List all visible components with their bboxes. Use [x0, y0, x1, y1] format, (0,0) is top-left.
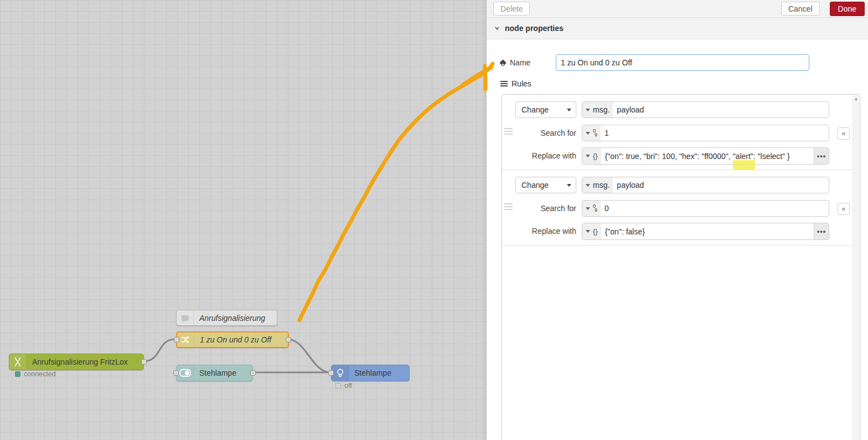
node-label: Stehlampe	[349, 369, 397, 377]
name-label: Name	[510, 58, 530, 67]
rule2-property-field[interactable]: msg. payload	[582, 177, 829, 193]
rule1-property-field[interactable]: msg. payload	[582, 101, 829, 118]
caret-down-icon	[586, 184, 590, 187]
toggle-icon	[177, 365, 194, 381]
list-icon	[500, 81, 508, 87]
replace-with-label: Replace with	[502, 223, 576, 240]
node-label: Stehlampe	[194, 369, 242, 377]
caret-down-icon	[586, 207, 590, 210]
done-button[interactable]: Done	[830, 2, 865, 16]
input-port[interactable]	[174, 337, 179, 342]
rule-entry-2: Change msg. payload Search for 0 9	[502, 170, 860, 245]
search-for-label: Search for	[502, 200, 576, 217]
select-caret-icon	[567, 109, 571, 111]
rule2-replace-field[interactable]: {} {"on": false} •••	[582, 223, 829, 240]
output-port[interactable]	[141, 359, 147, 365]
edit-dialog: Delete Cancel Done node properties Name …	[486, 0, 868, 440]
rule1-action-select[interactable]: Change	[515, 101, 576, 118]
rules-row: Rules	[500, 79, 531, 89]
output-port[interactable]	[250, 370, 256, 376]
node-switch[interactable]: Stehlampe	[176, 365, 253, 381]
json-type-icon: {}	[593, 227, 598, 236]
node-light[interactable]: Stehlampe	[331, 365, 410, 381]
expand-editor-button[interactable]: •••	[814, 148, 829, 164]
expand-editor-button[interactable]: •••	[814, 223, 829, 239]
rules-list: Change msg. payload Search for 0 9	[502, 94, 860, 440]
name-row: Name	[500, 54, 530, 71]
caret-down-icon	[586, 155, 590, 157]
action-value: Change	[521, 105, 549, 114]
caret-down-icon	[586, 109, 590, 111]
highlight-annotation	[733, 160, 755, 170]
replace-type-prefix[interactable]: {}	[582, 148, 601, 164]
comment-bubble-icon	[177, 310, 194, 325]
tag-icon	[499, 59, 507, 66]
status-dot-connected	[15, 371, 20, 377]
rule-entry-1: Change msg. payload Search for 0 9	[502, 95, 860, 170]
search-value[interactable]: 1	[601, 125, 829, 141]
node-fritzbox[interactable]: Anrufsignalisierung FritzLox	[9, 354, 144, 370]
search-value[interactable]: 0	[601, 201, 829, 216]
x-icon	[9, 354, 27, 370]
output-port[interactable]	[286, 337, 291, 342]
property-value[interactable]: payload	[613, 177, 829, 193]
json-type-icon: {}	[593, 152, 598, 160]
select-caret-icon	[567, 184, 571, 187]
action-value: Change	[521, 181, 549, 190]
search-type-prefix[interactable]: 0 9	[582, 125, 601, 141]
search-type-prefix[interactable]: 0 9	[582, 201, 601, 216]
caret-down-icon	[586, 230, 590, 233]
section-node-properties[interactable]: node properties	[487, 18, 868, 39]
node-label: 1 zu On und 0 zu Off	[194, 335, 277, 344]
node-change-selected[interactable]: 1 zu On und 0 zu Off	[176, 331, 289, 348]
msg-prefix: msg.	[593, 105, 609, 114]
delete-button[interactable]: Delete	[493, 2, 530, 16]
property-value[interactable]: payload	[613, 102, 829, 117]
status-dot-off	[335, 383, 341, 388]
rule2-remove-button[interactable]: ✕	[838, 203, 850, 215]
name-input[interactable]	[556, 54, 809, 71]
replace-value[interactable]: {"on": true, "bri": 100, "hex": "ff0000"…	[601, 148, 814, 164]
property-type-prefix[interactable]: msg.	[582, 102, 613, 117]
shuffle-icon	[177, 332, 194, 347]
rule1-search-field[interactable]: 0 9 1	[582, 125, 829, 141]
section-title: node properties	[505, 24, 564, 33]
replace-value[interactable]: {"on": false}	[601, 223, 814, 239]
status-text: connected	[24, 370, 56, 378]
rule1-remove-button[interactable]: ✕	[838, 127, 850, 140]
number-type-icon: 0 9	[593, 204, 597, 213]
node-status: connected	[15, 370, 56, 378]
scroll-up-icon[interactable]: ▲	[853, 96, 859, 101]
node-comment[interactable]: Anrufsignalisierung	[176, 310, 277, 326]
rules-label: Rules	[512, 79, 531, 88]
property-type-prefix[interactable]: msg.	[582, 177, 613, 193]
cancel-button[interactable]: Cancel	[781, 2, 820, 16]
lightbulb-icon	[332, 365, 349, 381]
wire-change-to-light[interactable]	[287, 339, 330, 372]
search-for-label: Search for	[502, 125, 576, 141]
rule2-action-select[interactable]: Change	[515, 177, 576, 193]
flow-canvas[interactable]: Anrufsignalisierung 1 zu On und 0 zu Off…	[0, 0, 486, 440]
rules-scrollbar[interactable]: ▲	[852, 95, 859, 440]
node-label: Anrufsignalisierung	[194, 314, 271, 323]
replace-with-label: Replace with	[502, 147, 576, 165]
dialog-toolbar: Delete Cancel Done	[487, 0, 868, 18]
caret-down-icon	[586, 132, 590, 135]
number-type-icon: 0 9	[593, 129, 597, 137]
wire-fritzbox-to-change[interactable]	[143, 339, 175, 361]
msg-prefix: msg.	[593, 181, 609, 190]
chevron-down-icon	[494, 25, 500, 31]
input-port[interactable]	[173, 370, 179, 376]
status-text: off	[344, 382, 352, 390]
rule1-replace-field[interactable]: {} {"on": true, "bri": 100, "hex": "ff00…	[582, 147, 829, 165]
input-port[interactable]	[328, 370, 334, 376]
node-status: off	[335, 382, 352, 390]
node-label: Anrufsignalisierung FritzLox	[27, 357, 133, 366]
replace-type-prefix[interactable]: {}	[582, 223, 601, 239]
rule2-search-field[interactable]: 0 9 0	[582, 200, 829, 217]
